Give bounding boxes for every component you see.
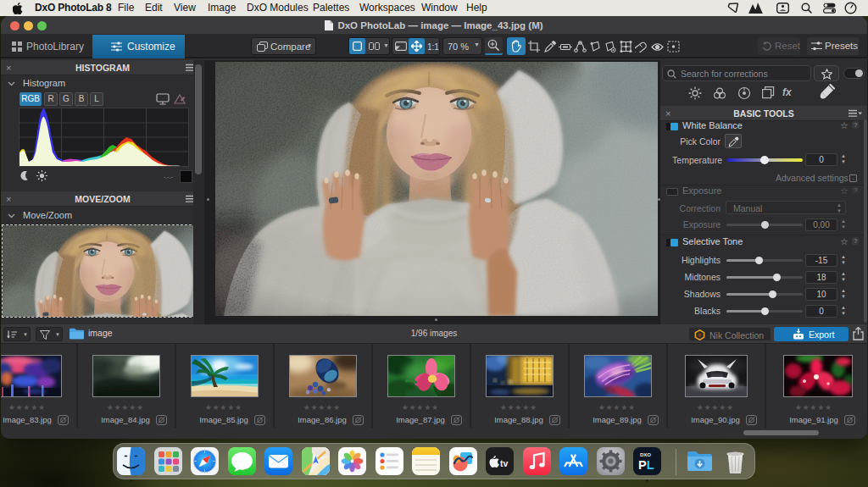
svg-text:DXO: DXO <box>640 452 651 457</box>
svg-text:tv: tv <box>500 458 508 468</box>
svg-text:PL: PL <box>638 458 654 472</box>
